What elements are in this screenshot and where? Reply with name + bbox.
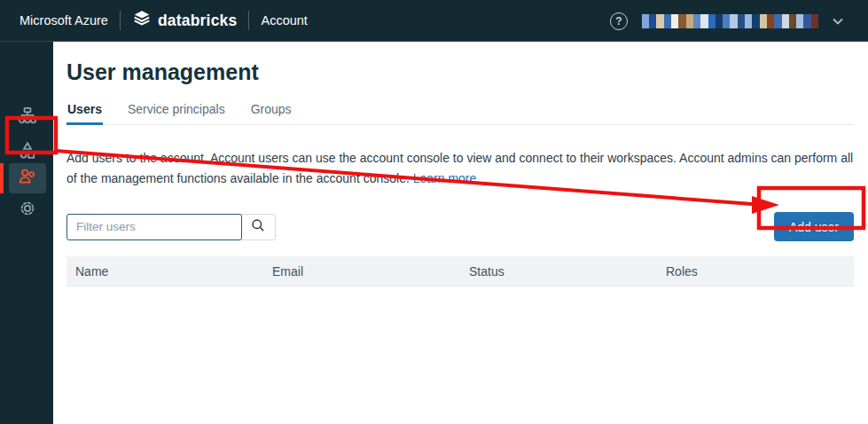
databricks-logo-icon <box>132 9 152 32</box>
tab-bar: Users Service principals Groups <box>66 97 854 125</box>
add-user-button[interactable]: Add user <box>774 212 854 241</box>
users-table-header: Name Email Status Roles <box>66 256 854 287</box>
user-management-icon <box>17 166 38 191</box>
gear-icon <box>17 198 38 223</box>
filter-group <box>66 214 276 240</box>
column-header-email[interactable]: Email <box>263 264 460 279</box>
databricks-wordmark: databricks <box>158 12 238 30</box>
search-icon <box>250 217 266 236</box>
active-nav-indicator <box>0 163 4 193</box>
tab-users[interactable]: Users <box>66 97 103 125</box>
sidebar-item-workspaces[interactable] <box>9 103 46 133</box>
account-console-window: Microsoft Azure databricks Account ? <box>0 0 868 424</box>
sidebar-item-user-management[interactable] <box>9 163 46 193</box>
tab-groups[interactable]: Groups <box>250 97 293 124</box>
toolbar: Add user <box>66 212 854 241</box>
help-icon[interactable]: ? <box>610 12 628 30</box>
microsoft-azure-label: Microsoft Azure <box>20 13 108 27</box>
main-content: User management Users Service principals… <box>53 42 868 424</box>
column-header-name[interactable]: Name <box>66 264 263 279</box>
filter-users-input[interactable] <box>66 214 242 240</box>
topbar: Microsoft Azure databricks Account ? <box>0 0 868 42</box>
topbar-section-label: Account <box>261 13 307 27</box>
workspaces-icon <box>17 106 38 130</box>
column-header-roles[interactable]: Roles <box>657 264 854 279</box>
topbar-brand-group: Microsoft Azure databricks Account <box>0 9 308 32</box>
page-title: User management <box>66 59 854 85</box>
sidebar-item-settings[interactable] <box>9 195 46 225</box>
page-description: Add users to the account. Account users … <box>66 148 854 189</box>
learn-more-link[interactable]: Learn more. <box>413 171 480 185</box>
topbar-divider <box>248 11 249 30</box>
search-button[interactable] <box>240 214 276 240</box>
shapes-icon <box>17 140 38 165</box>
topbar-divider <box>120 11 121 30</box>
redacted-account-email <box>642 14 818 28</box>
sidebar <box>0 42 53 424</box>
databricks-logo[interactable]: databricks <box>132 9 238 32</box>
topbar-account-group: ? <box>610 0 843 42</box>
chevron-down-icon[interactable] <box>833 18 843 25</box>
tab-service-principals[interactable]: Service principals <box>127 97 226 124</box>
column-header-status[interactable]: Status <box>460 264 657 279</box>
